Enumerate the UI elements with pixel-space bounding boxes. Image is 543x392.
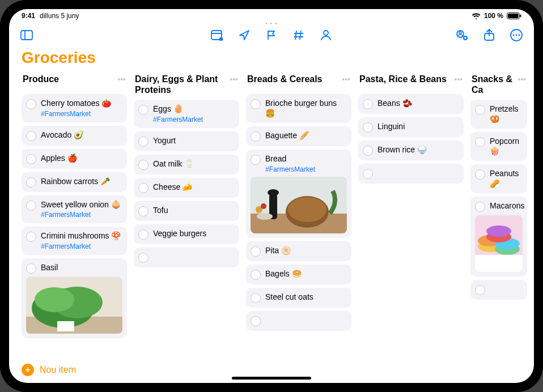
- complete-toggle[interactable]: [363, 122, 373, 133]
- reminder-item[interactable]: Linguini: [358, 117, 464, 137]
- item-tag[interactable]: #FarmersMarket: [41, 242, 121, 250]
- complete-toggle[interactable]: [26, 99, 36, 109]
- item-text: Pretzels 🥨: [490, 104, 521, 124]
- item-image[interactable]: [475, 215, 523, 272]
- reminder-item[interactable]: Tofu: [134, 201, 239, 221]
- column-more-icon[interactable]: •••: [230, 74, 238, 84]
- person-icon[interactable]: [320, 29, 332, 41]
- reminder-item[interactable]: Brioche burger buns 🍔: [246, 94, 351, 123]
- item-tag[interactable]: #FarmersMarket: [265, 165, 315, 173]
- item-image[interactable]: [26, 277, 122, 334]
- reminder-item[interactable]: Pita 🫓: [246, 241, 351, 261]
- calendar-icon[interactable]: [211, 29, 223, 41]
- complete-toggle[interactable]: [138, 137, 149, 147]
- multitask-dots[interactable]: • • •: [265, 20, 277, 27]
- sidebar-toggle-icon[interactable]: [20, 29, 33, 41]
- complete-toggle[interactable]: [251, 155, 261, 165]
- complete-toggle[interactable]: [475, 169, 485, 180]
- complete-toggle[interactable]: [251, 293, 261, 303]
- complete-toggle[interactable]: [251, 270, 261, 280]
- complete-toggle[interactable]: [251, 316, 261, 326]
- complete-toggle[interactable]: [251, 131, 261, 142]
- complete-toggle[interactable]: [138, 229, 149, 240]
- item-text: Popcorn 🍿: [490, 137, 521, 156]
- column-title[interactable]: Pasta, Rice & Beans: [359, 74, 447, 84]
- flag-icon[interactable]: [265, 29, 278, 41]
- more-icon[interactable]: [510, 29, 523, 41]
- battery-percent: 100 %: [484, 12, 503, 20]
- complete-toggle[interactable]: [26, 232, 36, 242]
- complete-toggle[interactable]: [475, 105, 485, 115]
- reminder-item[interactable]: Popcorn 🍿: [470, 132, 527, 161]
- complete-toggle[interactable]: [363, 146, 373, 156]
- column-more-icon[interactable]: •••: [454, 74, 463, 84]
- reminder-item[interactable]: Pretzels 🥨: [470, 100, 527, 129]
- complete-toggle[interactable]: [26, 177, 36, 188]
- reminder-item[interactable]: Brown rice 🍚: [358, 140, 464, 160]
- reminder-item[interactable]: Steel cut oats: [246, 288, 351, 308]
- hashtag-icon[interactable]: [292, 29, 305, 41]
- reminder-item[interactable]: Yogurt: [134, 131, 239, 151]
- reminder-item[interactable]: Cherry tomatoes 🍅#FarmersMarket: [22, 94, 127, 122]
- location-icon[interactable]: [238, 29, 251, 41]
- reminder-item[interactable]: Bagels 🥯: [246, 265, 351, 284]
- svg-point-10: [459, 32, 461, 34]
- complete-toggle[interactable]: [475, 137, 485, 147]
- home-indicator[interactable]: [232, 377, 311, 380]
- add-item-icon[interactable]: +: [22, 364, 34, 376]
- svg-rect-33: [475, 255, 523, 272]
- complete-toggle[interactable]: [475, 285, 485, 295]
- reminder-item[interactable]: Crimini mushrooms 🍄#FarmersMarket: [22, 227, 127, 255]
- reminder-item[interactable]: Sweet yellow onion 🧅#FarmersMarket: [22, 195, 127, 224]
- item-image[interactable]: [251, 177, 347, 233]
- complete-toggle[interactable]: [26, 263, 36, 274]
- complete-toggle[interactable]: [138, 160, 149, 170]
- reminder-item[interactable]: Apples 🍎: [22, 149, 127, 169]
- column-title[interactable]: Dairy, Eggs & Plant Proteins: [135, 74, 230, 95]
- column-title[interactable]: Breads & Cereals: [247, 74, 323, 84]
- complete-toggle[interactable]: [251, 99, 261, 109]
- complete-toggle[interactable]: [26, 154, 36, 164]
- column-more-icon[interactable]: •••: [517, 74, 526, 84]
- reminder-item[interactable]: Rainbow carrots 🥕: [22, 172, 127, 192]
- column-more-icon[interactable]: •••: [117, 74, 126, 84]
- complete-toggle[interactable]: [251, 246, 261, 257]
- reminder-item[interactable]: Basil: [22, 258, 127, 338]
- reminder-item[interactable]: Veggie burgers: [134, 224, 239, 244]
- complete-toggle[interactable]: [363, 169, 373, 179]
- add-item-button[interactable]: Nou item: [40, 365, 76, 375]
- board[interactable]: Produce•••Cherry tomatoes 🍅#FarmersMarke…: [9, 71, 534, 356]
- complete-toggle[interactable]: [475, 202, 485, 212]
- svg-point-16: [519, 35, 520, 36]
- item-tag[interactable]: #FarmersMarket: [153, 116, 203, 123]
- complete-toggle[interactable]: [26, 201, 36, 211]
- complete-toggle[interactable]: [138, 183, 149, 193]
- column-more-icon[interactable]: •••: [342, 74, 350, 84]
- empty-item[interactable]: [134, 248, 239, 267]
- empty-item[interactable]: [470, 280, 527, 300]
- reminder-item[interactable]: Bread#FarmersMarket: [246, 150, 351, 238]
- complete-toggle[interactable]: [363, 99, 373, 109]
- reminder-item[interactable]: Macarons: [470, 197, 527, 276]
- reminder-item[interactable]: Beans 🫘: [358, 94, 464, 114]
- item-text: Oat milk 🥛: [153, 159, 194, 169]
- complete-toggle[interactable]: [138, 253, 149, 263]
- complete-toggle[interactable]: [26, 131, 36, 141]
- collaborate-icon[interactable]: [456, 29, 468, 41]
- empty-item[interactable]: [358, 164, 464, 184]
- reminder-item[interactable]: Baguette 🥖: [246, 126, 351, 146]
- reminder-item[interactable]: Avocado 🥑: [22, 126, 127, 146]
- reminder-item[interactable]: Eggs 🥚#FarmersMarket: [134, 100, 239, 128]
- reminder-item[interactable]: Peanuts 🥜: [470, 164, 527, 193]
- empty-item[interactable]: [246, 311, 351, 331]
- complete-toggle[interactable]: [138, 206, 149, 216]
- column-title[interactable]: Snacks & Ca: [472, 74, 517, 95]
- complete-toggle[interactable]: [138, 105, 149, 115]
- item-tag[interactable]: #FarmersMarket: [41, 110, 111, 118]
- item-tag[interactable]: #FarmersMarket: [41, 211, 121, 219]
- column-title[interactable]: Produce: [23, 74, 59, 84]
- reminder-item[interactable]: Oat milk 🥛: [134, 155, 239, 174]
- share-icon[interactable]: [483, 29, 495, 41]
- reminder-item[interactable]: Cheese 🧀: [134, 178, 239, 198]
- item-text: Pita 🫓: [265, 246, 291, 256]
